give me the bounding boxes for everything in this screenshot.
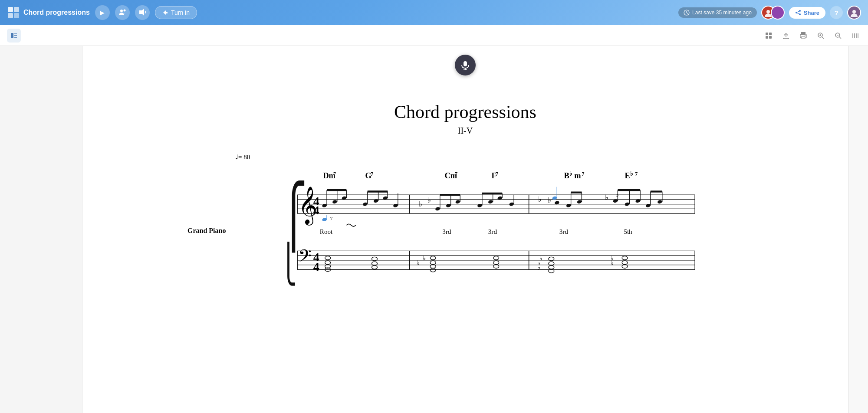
- collaboration-button[interactable]: [115, 5, 130, 20]
- toolbar-right: [763, 30, 861, 41]
- svg-point-91: [435, 206, 440, 211]
- svg-text:Root: Root: [320, 228, 333, 235]
- columns-icon: [852, 32, 859, 39]
- collab-icon: [118, 8, 126, 17]
- help-icon: ?: [834, 9, 838, 16]
- svg-text:7: 7: [333, 171, 336, 177]
- svg-text:7: 7: [371, 171, 373, 177]
- svg-text:♭: ♭: [548, 196, 551, 204]
- print-icon: [799, 32, 807, 39]
- staff-wrapper: Grand Piano Dm 7 G 7 Cm 7 F 7 B: [231, 164, 700, 297]
- svg-point-162: [493, 256, 499, 260]
- navbar: Chord progressions ▶ Turn in: [0, 0, 868, 25]
- svg-point-4: [120, 10, 123, 12]
- svg-text:7: 7: [496, 171, 498, 177]
- turn-in-icon: [162, 10, 168, 16]
- svg-text:♭: ♭: [419, 200, 422, 208]
- help-button[interactable]: ?: [830, 6, 843, 19]
- share-button[interactable]: Share: [789, 7, 825, 19]
- play-button[interactable]: ▶: [95, 5, 110, 20]
- toolbar: [0, 25, 868, 46]
- sidebar-toggle-button[interactable]: [7, 29, 21, 43]
- svg-text:♭: ♭: [569, 170, 572, 177]
- svg-line-12: [797, 11, 799, 12]
- mic-button[interactable]: [455, 55, 476, 75]
- svg-point-77: [362, 202, 368, 206]
- svg-line-30: [822, 37, 824, 39]
- arrange-button[interactable]: [763, 30, 774, 41]
- svg-point-95: [455, 200, 460, 204]
- right-sidebar: [848, 46, 868, 413]
- svg-text:7: 7: [635, 171, 638, 177]
- share-icon: [795, 10, 801, 16]
- svg-text:7: 7: [330, 216, 333, 222]
- turn-in-label: Turn in: [171, 9, 190, 16]
- svg-text:♭: ♭: [630, 170, 633, 177]
- sidebar-toggle-icon: [10, 32, 18, 39]
- svg-text:m: m: [574, 171, 581, 180]
- turn-in-button[interactable]: Turn in: [155, 6, 197, 19]
- svg-point-158: [430, 256, 436, 260]
- print-button[interactable]: [798, 30, 809, 41]
- svg-text:3rd: 3rd: [559, 228, 569, 235]
- svg-point-10: [796, 12, 797, 13]
- svg-point-173: [622, 261, 628, 265]
- zoom-out-button[interactable]: [832, 30, 844, 41]
- svg-line-33: [839, 37, 841, 39]
- zoom-in-button[interactable]: [815, 30, 826, 41]
- svg-line-13: [797, 13, 799, 14]
- arrange-icon: [765, 32, 773, 39]
- svg-rect-20: [769, 33, 772, 35]
- svg-text:⎩: ⎩: [280, 241, 297, 286]
- score-area[interactable]: Chord progressions II-V ♩= 80 Grand Pian…: [82, 46, 848, 413]
- avatar-2: [771, 6, 785, 20]
- svg-text:♭: ♭: [538, 195, 542, 203]
- mic-area: [455, 55, 476, 75]
- svg-point-9: [799, 10, 801, 12]
- svg-text:𝄢: 𝄢: [298, 246, 312, 269]
- app-logo: Chord progressions: [7, 6, 90, 19]
- svg-rect-3: [14, 13, 19, 18]
- svg-point-161: [493, 261, 499, 265]
- music-notation-svg: Dm 7 G 7 Cm 7 F 7 B ♭ m 7: [279, 164, 700, 295]
- svg-point-104: [509, 202, 514, 206]
- svg-text:7: 7: [582, 171, 584, 177]
- main-content: Chord progressions II-V ♩= 80 Grand Pian…: [0, 46, 868, 413]
- sheet-music: Chord progressions II-V ♩= 80 Grand Pian…: [205, 84, 726, 315]
- zoom-in-icon: [817, 32, 825, 39]
- columns-button[interactable]: [850, 30, 861, 41]
- logo-icon: [7, 6, 20, 19]
- svg-text:E: E: [625, 171, 630, 180]
- svg-text:♭: ♭: [537, 264, 540, 271]
- svg-text:7: 7: [455, 171, 457, 177]
- avatar-group: [761, 6, 785, 20]
- svg-point-154: [372, 266, 377, 269]
- svg-rect-0: [8, 7, 13, 12]
- navbar-right: Last save 35 minutes ago Share ?: [678, 6, 861, 20]
- upload-button[interactable]: [780, 30, 792, 41]
- mic-icon: [460, 60, 470, 70]
- svg-text:♭: ♭: [615, 190, 619, 199]
- svg-text:5th: 5th: [624, 228, 632, 235]
- svg-point-5: [123, 9, 125, 11]
- svg-rect-1: [14, 7, 19, 12]
- svg-point-121: [625, 202, 630, 206]
- svg-rect-21: [766, 36, 768, 39]
- svg-text:♭: ♭: [539, 255, 542, 262]
- svg-text:♭: ♭: [423, 255, 426, 262]
- audio-icon: [138, 8, 146, 17]
- svg-rect-15: [11, 33, 13, 38]
- share-label: Share: [804, 10, 819, 16]
- svg-marker-6: [139, 9, 144, 16]
- svg-point-26: [805, 35, 806, 36]
- svg-text:4: 4: [313, 260, 319, 273]
- score-title: Chord progressions: [231, 102, 700, 122]
- svg-text:3rd: 3rd: [442, 228, 451, 235]
- svg-point-149: [325, 256, 331, 260]
- svg-point-157: [430, 261, 436, 265]
- last-save-badge: Last save 35 minutes ago: [678, 7, 757, 18]
- svg-text:4: 4: [313, 203, 319, 217]
- instrument-label: Grand Piano: [187, 227, 226, 235]
- zoom-out-icon: [834, 32, 842, 39]
- audio-button[interactable]: [135, 5, 150, 20]
